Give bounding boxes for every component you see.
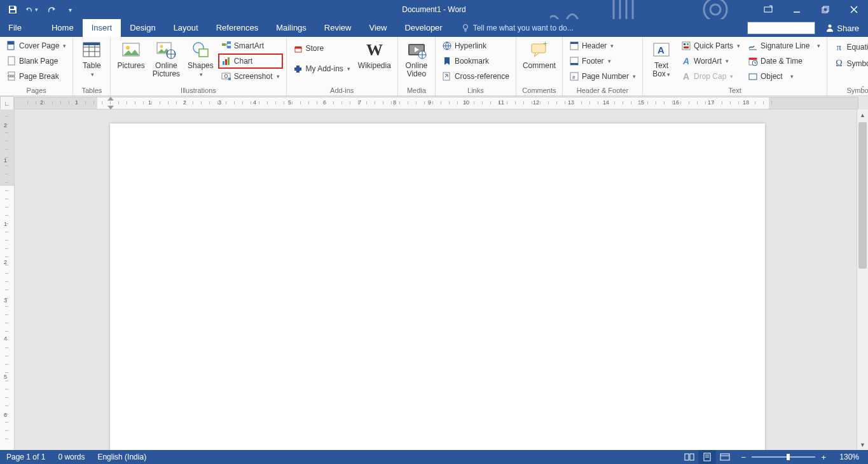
- equation-icon: π: [834, 42, 844, 52]
- online-pictures-button[interactable]: Online Pictures: [150, 39, 183, 80]
- zoom-in-button[interactable]: +: [819, 453, 828, 461]
- svg-rect-63: [684, 43, 685, 45]
- status-page[interactable]: Page 1 of 1: [0, 450, 52, 464]
- scrollbar-thumb[interactable]: [858, 122, 867, 269]
- web-layout-button[interactable]: [716, 450, 734, 464]
- hyperlink-icon: [442, 41, 452, 51]
- close-button[interactable]: [839, 0, 868, 19]
- qat-customize-button[interactable]: ▾: [64, 3, 76, 16]
- hyperlink-button[interactable]: Hyperlink: [439, 39, 512, 53]
- tab-developer[interactable]: Developer: [396, 19, 451, 37]
- horizontal-ruler[interactable]: 21123456789101112131415161718: [14, 97, 858, 109]
- wikipedia-icon: W: [364, 40, 385, 60]
- bookmark-button[interactable]: Bookmark: [439, 54, 512, 68]
- my-addins-button[interactable]: My Add-ins▾: [291, 62, 353, 76]
- zoom-out-button[interactable]: −: [739, 453, 748, 461]
- tab-review[interactable]: Review: [315, 19, 361, 37]
- svg-rect-21: [8, 72, 15, 75]
- ribbon-options-icon: [764, 5, 773, 14]
- svg-rect-51: [443, 73, 450, 80]
- read-mode-button[interactable]: [680, 450, 698, 464]
- shapes-button[interactable]: Shapes▾: [185, 39, 216, 80]
- tab-mailings[interactable]: Mailings: [267, 19, 315, 37]
- collapse-ribbon-button[interactable]: ˆ: [862, 85, 864, 93]
- status-language[interactable]: English (India): [91, 450, 153, 464]
- ruler-corner-tab-selector[interactable]: ∟: [0, 96, 14, 110]
- svg-rect-39: [227, 46, 231, 48]
- undo-button[interactable]: ▾: [25, 3, 38, 16]
- wordart-button[interactable]: A WordArt▾: [679, 54, 743, 68]
- print-layout-button[interactable]: [698, 450, 716, 464]
- save-button[interactable]: [6, 3, 19, 16]
- screenshot-button[interactable]: Screenshot▾: [219, 69, 282, 83]
- tab-view[interactable]: View: [360, 19, 396, 37]
- zoom-track[interactable]: [752, 456, 815, 458]
- svg-rect-19: [8, 41, 14, 45]
- cover-page-button[interactable]: Cover Page▾: [4, 39, 69, 53]
- title-search-box[interactable]: [747, 22, 815, 34]
- quick-parts-button[interactable]: Quick Parts▾: [679, 39, 743, 53]
- tab-insert[interactable]: Insert: [83, 19, 121, 37]
- page-break-button[interactable]: Page Break: [4, 69, 69, 83]
- object-button[interactable]: Object▾: [745, 69, 823, 83]
- maximize-button[interactable]: [811, 0, 839, 19]
- addins-icon: [293, 64, 303, 74]
- tab-design[interactable]: Design: [121, 19, 164, 37]
- zoom-level[interactable]: 130%: [833, 453, 868, 461]
- svg-point-1: [710, 4, 720, 15]
- tab-home[interactable]: Home: [43, 19, 83, 37]
- group-label-tables: Tables: [77, 85, 106, 94]
- header-button[interactable]: Header▾: [567, 39, 638, 53]
- tab-file[interactable]: File: [0, 19, 30, 37]
- share-button[interactable]: Share: [822, 19, 863, 37]
- table-button[interactable]: Table▾: [77, 39, 106, 80]
- svg-rect-76: [720, 454, 729, 460]
- pictures-button[interactable]: Pictures: [114, 39, 147, 71]
- comment-button[interactable]: + Comment: [520, 39, 558, 71]
- chart-button[interactable]: Chart: [219, 54, 282, 68]
- share-person-icon: [825, 24, 834, 32]
- page-number-button[interactable]: # Page Number▾: [567, 69, 638, 83]
- lightbulb-icon: [461, 24, 470, 32]
- wikipedia-button[interactable]: W Wikipedia: [355, 39, 394, 71]
- smartart-icon: [221, 41, 231, 51]
- scroll-up-button[interactable]: ▲: [857, 109, 868, 120]
- svg-rect-46: [295, 48, 301, 52]
- group-label-links: Links: [439, 85, 512, 94]
- tab-references[interactable]: References: [207, 19, 267, 37]
- cross-reference-button[interactable]: Cross-reference: [439, 69, 512, 83]
- redo-button[interactable]: [45, 3, 57, 16]
- blank-page-button[interactable]: Blank Page: [4, 54, 69, 68]
- scroll-down-button[interactable]: ▼: [857, 439, 868, 450]
- symbol-button[interactable]: Ω Symbol▾: [831, 57, 868, 71]
- svg-rect-40: [223, 61, 224, 65]
- svg-rect-7: [10, 10, 15, 13]
- store-button[interactable]: Store: [291, 41, 353, 55]
- text-box-button[interactable]: A Text Box▾: [647, 39, 676, 80]
- svg-rect-11: [823, 6, 829, 11]
- wordart-icon: A: [681, 56, 691, 66]
- document-page[interactable]: [110, 123, 765, 450]
- status-words[interactable]: 0 words: [52, 450, 91, 464]
- smartart-button[interactable]: SmartArt: [219, 39, 282, 53]
- vertical-scrollbar[interactable]: ▲ ▼: [857, 109, 868, 450]
- group-label-illustrations: Illustrations: [114, 85, 282, 94]
- drop-cap-button[interactable]: A Drop Cap▾: [679, 69, 743, 83]
- minimize-button[interactable]: [782, 0, 811, 19]
- vertical-ruler[interactable]: 21123456: [0, 109, 15, 450]
- read-mode-icon: [684, 453, 694, 461]
- ribbon-display-options-button[interactable]: [754, 0, 782, 19]
- date-time-button[interactable]: Date & Time: [745, 54, 823, 68]
- tab-layout[interactable]: Layout: [165, 19, 207, 37]
- online-video-button[interactable]: Online Video: [402, 39, 431, 80]
- signature-icon: [748, 41, 758, 51]
- object-icon: [748, 71, 758, 81]
- equation-button[interactable]: π Equation▾: [831, 40, 868, 54]
- page-viewport[interactable]: [15, 109, 857, 450]
- signature-line-button[interactable]: Signature Line▾: [745, 39, 823, 53]
- zoom-thumb[interactable]: [787, 454, 790, 460]
- tell-me-search[interactable]: Tell me what you want to do...: [461, 19, 574, 37]
- footer-button[interactable]: Footer▾: [567, 54, 638, 68]
- online-pictures-icon: [156, 40, 176, 60]
- group-pages: Cover Page▾ Blank Page Page Break Pages: [0, 37, 73, 95]
